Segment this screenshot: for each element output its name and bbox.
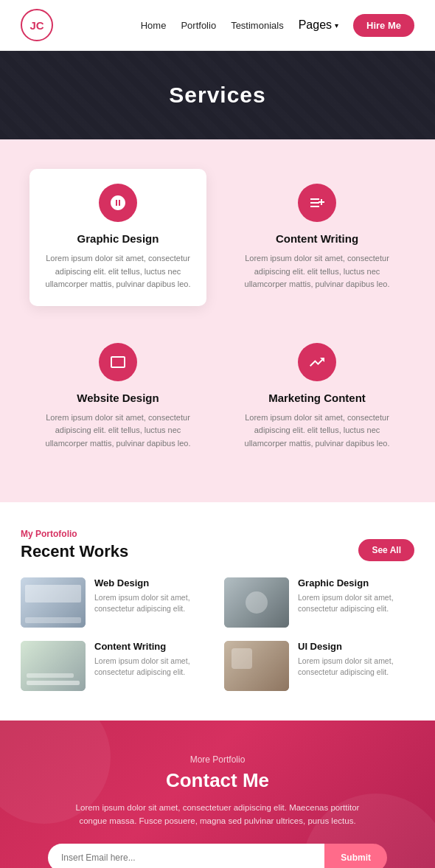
portfolio-item-ui-design[interactable]: UI Design Lorem ipsum dolor sit amet, co…	[224, 641, 414, 691]
marketing-content-icon	[298, 343, 336, 381]
contact-title: Contact Me	[29, 769, 406, 792]
portfolio-item-content-writing[interactable]: Content Writing Lorem ipsum dolor sit am…	[21, 641, 211, 691]
logo[interactable]: JC	[21, 9, 53, 41]
portfolio-info-web-design: Web Design Lorem ipsum dolor sit amet, c…	[94, 577, 211, 616]
nav-links: Home Portfolio Testimonials Pages ▾ Hire…	[141, 14, 414, 37]
service-card-marketing-content[interactable]: Marketing Content Lorem ipsum dolor sit …	[229, 328, 406, 465]
portfolio-label: My Portofolio	[21, 529, 128, 539]
nav-portfolio[interactable]: Portfolio	[181, 20, 216, 31]
portfolio-section: My Portofolio Recent Works See All Web D…	[0, 502, 435, 721]
portfolio-desc-graphic-design: Lorem ipsum dolor sit amet, consectetur …	[298, 592, 414, 616]
service-card-content-writing[interactable]: Content Writing Lorem ipsum dolor sit am…	[229, 169, 406, 306]
contact-section: More Portfolio Contact Me Lorem ipsum do…	[0, 721, 435, 868]
portfolio-desc-ui-design: Lorem ipsum dolor sit amet, consectetur …	[298, 656, 414, 679]
portfolio-thumb-web-design	[21, 577, 86, 628]
portfolio-item-web-design[interactable]: Web Design Lorem ipsum dolor sit amet, c…	[21, 577, 211, 628]
service-card-website-design[interactable]: Website Design Lorem ipsum dolor sit ame…	[29, 328, 206, 465]
portfolio-title-ui-design: UI Design	[298, 641, 414, 652]
portfolio-thumb-graphic-design	[224, 577, 289, 628]
content-writing-icon	[298, 184, 336, 222]
navbar: JC Home Portfolio Testimonials Pages ▾ H…	[0, 0, 435, 51]
services-section: Graphic Design Lorem ipsum dolor sit ame…	[0, 139, 435, 502]
chevron-down-icon: ▾	[335, 21, 338, 29]
portfolio-desc-content-writing: Lorem ipsum dolor sit amet, consectetur …	[94, 656, 211, 679]
portfolio-thumb-content-writing	[21, 641, 86, 691]
marketing-content-title: Marketing Content	[240, 392, 394, 404]
nav-pages[interactable]: Pages ▾	[299, 18, 338, 32]
see-all-button[interactable]: See All	[358, 539, 414, 561]
contact-label: More Portfolio	[29, 754, 406, 765]
portfolio-title-graphic-design: Graphic Design	[298, 577, 414, 588]
portfolio-header-left: My Portofolio Recent Works	[21, 529, 128, 561]
marketing-content-desc: Lorem ipsum dolor sit amet, consectetur …	[240, 412, 394, 451]
nav-pages-label: Pages	[299, 18, 332, 32]
website-design-desc: Lorem ipsum dolor sit amet, consectetur …	[41, 412, 195, 451]
portfolio-item-graphic-design[interactable]: Graphic Design Lorem ipsum dolor sit ame…	[224, 577, 414, 628]
portfolio-grid: Web Design Lorem ipsum dolor sit amet, c…	[21, 577, 414, 691]
graphic-design-desc: Lorem ipsum dolor sit amet, consectetur …	[41, 252, 195, 291]
portfolio-info-content-writing: Content Writing Lorem ipsum dolor sit am…	[94, 641, 211, 679]
website-design-icon	[99, 343, 137, 381]
hire-me-button[interactable]: Hire Me	[353, 14, 414, 37]
contact-description: Lorem ipsum dolor sit amet, consectetuer…	[63, 801, 372, 828]
hero-title: Services	[169, 83, 265, 108]
service-card-graphic-design[interactable]: Graphic Design Lorem ipsum dolor sit ame…	[29, 169, 206, 306]
portfolio-title: Recent Works	[21, 542, 128, 561]
services-grid: Graphic Design Lorem ipsum dolor sit ame…	[29, 169, 406, 465]
contact-form: Submit	[48, 844, 387, 868]
portfolio-title-web-design: Web Design	[94, 577, 211, 588]
portfolio-thumb-ui-design	[224, 641, 289, 691]
hero-banner: Services	[0, 51, 435, 139]
content-writing-desc: Lorem ipsum dolor sit amet, consectetur …	[240, 252, 394, 291]
portfolio-desc-web-design: Lorem ipsum dolor sit amet, consectetur …	[94, 592, 211, 616]
graphic-design-icon	[99, 184, 137, 222]
portfolio-title-content-writing: Content Writing	[94, 641, 211, 652]
submit-button[interactable]: Submit	[324, 844, 387, 868]
graphic-design-title: Graphic Design	[41, 232, 195, 245]
website-design-title: Website Design	[41, 392, 195, 404]
portfolio-info-graphic-design: Graphic Design Lorem ipsum dolor sit ame…	[298, 577, 414, 616]
portfolio-header: My Portofolio Recent Works See All	[21, 529, 414, 561]
content-writing-title: Content Writing	[240, 232, 394, 245]
nav-home[interactable]: Home	[141, 20, 167, 31]
portfolio-info-ui-design: UI Design Lorem ipsum dolor sit amet, co…	[298, 641, 414, 679]
logo-text: JC	[29, 19, 44, 32]
email-input[interactable]	[48, 844, 324, 868]
nav-testimonials[interactable]: Testimonials	[231, 20, 284, 31]
